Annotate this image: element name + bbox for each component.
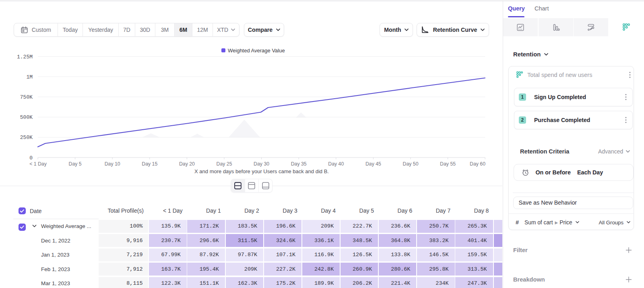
svg-text:250K: 250K [20, 135, 33, 141]
svg-text:Day 25: Day 25 [217, 161, 232, 167]
svg-text:Day 60: Day 60 [470, 161, 485, 167]
svg-text:Day 20: Day 20 [179, 161, 195, 167]
svg-text:Day 10: Day 10 [105, 161, 120, 167]
svg-text:Day 50: Day 50 [403, 161, 419, 167]
svg-text:Day 30: Day 30 [254, 161, 269, 167]
svg-text:Day 15: Day 15 [142, 161, 157, 167]
svg-text:< 1 Day: < 1 Day [29, 161, 47, 167]
svg-text:Day 35: Day 35 [291, 161, 307, 167]
svg-text:Day 55: Day 55 [440, 161, 456, 167]
svg-text:0: 0 [29, 155, 33, 161]
svg-text:Day 40: Day 40 [328, 161, 344, 167]
svg-text:Day 5: Day 5 [69, 161, 82, 167]
svg-text:1.25M: 1.25M [17, 54, 33, 60]
svg-text:750K: 750K [20, 94, 33, 100]
svg-text:500K: 500K [20, 114, 33, 120]
svg-text:Day 45: Day 45 [365, 161, 381, 167]
svg-text:1M: 1M [26, 74, 33, 80]
